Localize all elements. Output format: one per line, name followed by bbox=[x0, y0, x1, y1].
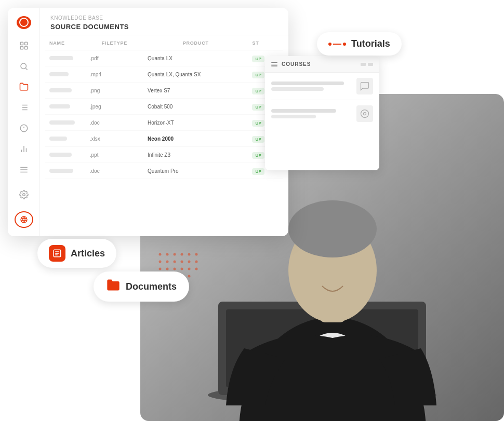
documents-label: Documents bbox=[126, 281, 177, 292]
folder-icon bbox=[106, 278, 121, 295]
svg-point-31 bbox=[188, 275, 191, 278]
sidebar-item-home[interactable] bbox=[15, 37, 33, 54]
articles-badge[interactable]: Articles bbox=[37, 239, 116, 268]
filetype-cell: .ppt bbox=[86, 147, 143, 163]
courses-window: COURSES bbox=[265, 56, 379, 170]
table-row: .jpeg Cobalt 500 UP bbox=[45, 99, 283, 115]
table-row: .xlsx Neon 2000 UP bbox=[45, 131, 283, 147]
sidebar-item-list[interactable] bbox=[15, 99, 33, 116]
courses-header: COURSES bbox=[265, 56, 379, 73]
svg-rect-35 bbox=[20, 42, 23, 45]
svg-point-20 bbox=[195, 261, 198, 263]
tutorials-label: Tutorials bbox=[351, 38, 390, 49]
col-status: ST bbox=[248, 35, 283, 50]
svg-rect-38 bbox=[24, 46, 27, 49]
name-cell bbox=[45, 99, 86, 115]
tutorials-icon bbox=[328, 43, 346, 46]
svg-point-15 bbox=[159, 261, 162, 263]
svg-point-14 bbox=[195, 253, 198, 256]
svg-rect-36 bbox=[24, 42, 27, 45]
svg-point-11 bbox=[174, 253, 176, 256]
product-cell: Quanta LX, Quanta SX bbox=[143, 66, 248, 83]
filetype-cell: .jpeg bbox=[86, 99, 143, 115]
svg-point-60 bbox=[364, 113, 366, 115]
product-cell: Neon 2000 bbox=[143, 131, 248, 147]
hamburger-icon bbox=[271, 62, 277, 66]
courses-title: COURSES bbox=[282, 61, 311, 67]
name-cell bbox=[45, 115, 86, 131]
table-row: .doc Horizon-XT UP bbox=[45, 115, 283, 131]
articles-label: Articles bbox=[71, 248, 105, 259]
product-cell: Horizon-XT bbox=[143, 115, 248, 131]
course-item bbox=[271, 105, 373, 122]
filetype-cell: .pdf bbox=[86, 50, 143, 66]
svg-point-59 bbox=[361, 110, 369, 118]
course-info bbox=[271, 109, 352, 118]
svg-point-24 bbox=[181, 268, 183, 270]
filetype-cell: .png bbox=[86, 83, 143, 99]
course-item bbox=[271, 78, 373, 94]
table-row: .mp4 Quanta LX, Quanta SX UP bbox=[45, 66, 283, 83]
knowledge-base-label: KNOWLEDGE BASE bbox=[50, 15, 278, 21]
svg-point-21 bbox=[159, 268, 162, 270]
filetype-cell: .xlsx bbox=[86, 131, 143, 147]
courses-header-left: COURSES bbox=[271, 61, 311, 67]
documents-badge[interactable]: Documents bbox=[94, 271, 189, 302]
product-cell: Quanta LX bbox=[143, 50, 248, 66]
product-cell: Cobalt 500 bbox=[143, 99, 248, 115]
svg-point-23 bbox=[174, 268, 176, 270]
main-content: KNOWLEDGE BASE SOURCE DOCUMENTS NAME Fil… bbox=[40, 8, 288, 236]
sidebar-item-folder[interactable] bbox=[15, 79, 33, 96]
svg-point-8 bbox=[288, 200, 377, 257]
course-info bbox=[271, 82, 352, 91]
source-docs-title: SOURCE DOCUMENTS bbox=[50, 23, 278, 31]
sidebar-item-search[interactable] bbox=[15, 58, 33, 75]
svg-point-25 bbox=[188, 268, 191, 270]
svg-point-9 bbox=[159, 253, 162, 256]
svg-point-26 bbox=[195, 268, 198, 270]
name-cell bbox=[45, 50, 86, 66]
product-cell: Infinite Z3 bbox=[143, 147, 248, 163]
name-cell bbox=[45, 83, 86, 99]
name-cell bbox=[45, 163, 86, 179]
svg-point-17 bbox=[174, 261, 176, 263]
col-name: NAME bbox=[45, 35, 86, 50]
svg-point-22 bbox=[166, 268, 169, 270]
svg-point-19 bbox=[188, 261, 191, 263]
svg-point-10 bbox=[166, 253, 169, 256]
svg-point-39 bbox=[21, 63, 26, 69]
sidebar-item-chart[interactable] bbox=[15, 141, 33, 157]
product-cell: Vertex S7 bbox=[143, 83, 248, 99]
app-window: KNOWLEDGE BASE SOURCE DOCUMENTS NAME Fil… bbox=[8, 8, 288, 236]
logo bbox=[17, 16, 31, 29]
svg-point-12 bbox=[181, 253, 183, 256]
filetype-cell: .mp4 bbox=[86, 66, 143, 83]
course-thumbnail bbox=[356, 78, 373, 94]
col-filetype: Filetype bbox=[86, 35, 143, 50]
app-header: KNOWLEDGE BASE SOURCE DOCUMENTS bbox=[40, 8, 288, 35]
col-product: PRODUCT bbox=[143, 35, 248, 50]
courses-body bbox=[265, 73, 379, 132]
svg-point-13 bbox=[188, 253, 191, 256]
tutorials-badge[interactable]: Tutorials bbox=[317, 32, 402, 56]
sidebar bbox=[8, 8, 40, 236]
table-wrapper: NAME Filetype PRODUCT ST .pdf Quanta LX … bbox=[40, 35, 288, 236]
sidebar-item-globe[interactable] bbox=[15, 211, 33, 228]
articles-icon bbox=[49, 245, 65, 262]
course-thumbnail bbox=[356, 105, 373, 122]
filetype-cell: .doc bbox=[86, 115, 143, 131]
svg-point-18 bbox=[181, 261, 183, 263]
svg-point-55 bbox=[22, 193, 25, 196]
name-cell bbox=[45, 131, 86, 147]
sidebar-item-settings[interactable] bbox=[15, 186, 33, 203]
sidebar-item-book[interactable] bbox=[15, 120, 33, 137]
svg-rect-37 bbox=[20, 46, 23, 49]
table-row: .pdf Quanta LX UP bbox=[45, 50, 283, 66]
filetype-cell: .doc bbox=[86, 163, 143, 179]
table-row: .doc Quantum Pro UP bbox=[45, 163, 283, 179]
table-row: .ppt Infinite Z3 UP bbox=[45, 147, 283, 163]
product-cell: Quantum Pro bbox=[143, 163, 248, 179]
sidebar-item-lines[interactable] bbox=[15, 161, 33, 178]
window-controls bbox=[361, 63, 373, 66]
svg-point-56 bbox=[21, 216, 27, 223]
